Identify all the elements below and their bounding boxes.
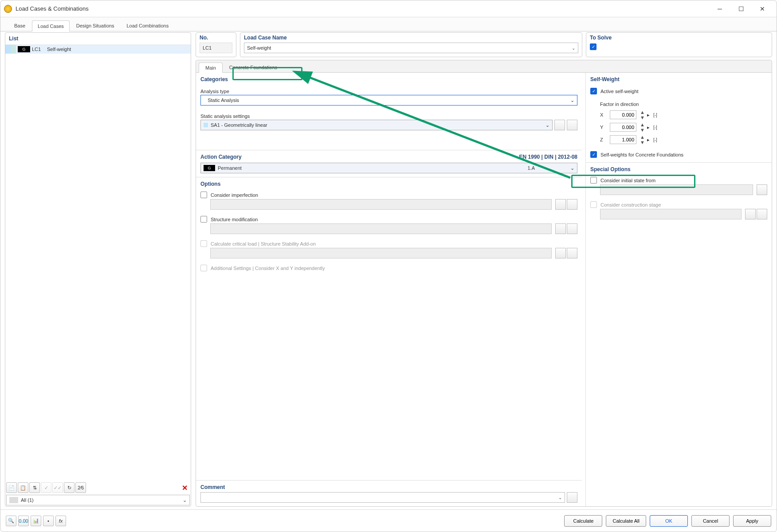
comment-edit-icon[interactable] <box>567 492 577 503</box>
name-label: Load Case Name <box>244 35 578 41</box>
to-solve-label: To Solve <box>590 35 768 41</box>
cancel-button[interactable]: Cancel <box>691 515 730 527</box>
options-title: Options <box>200 181 577 187</box>
sas-edit-icon[interactable] <box>567 120 577 130</box>
sas-dropdown[interactable]: SA1 - Geometrically linear⌄ <box>200 120 553 130</box>
app-icon <box>4 5 12 13</box>
construction-stage-checkbox <box>590 201 597 208</box>
tab-load-cases[interactable]: Load Cases <box>32 20 70 31</box>
add-settings-label: Additional Settings | Consider X and Y i… <box>211 266 325 271</box>
tab-base[interactable]: Base <box>8 20 31 31</box>
delete-icon[interactable]: ✕ <box>179 482 190 493</box>
comment-field[interactable]: ⌄ <box>200 492 565 503</box>
copy-icon[interactable]: 📋 <box>18 482 28 493</box>
action-category-dropdown[interactable]: G Permanent 1.A ⌄ <box>200 163 577 173</box>
analysis-type-label: Analysis type <box>200 89 577 94</box>
check-icon[interactable]: ✓ <box>41 482 51 493</box>
footer-bar: 🔍 0.00 📊 • fx Calculate Calculate All OK… <box>0 509 777 532</box>
apply-button[interactable]: Apply <box>733 515 771 527</box>
action-code: 1.A <box>527 165 535 171</box>
cl-edit-icon <box>567 248 577 258</box>
tab-load-combinations[interactable]: Load Combinations <box>121 20 174 31</box>
load-case-list[interactable]: G LC1 Self-weight <box>5 45 191 481</box>
comment-title: Comment <box>200 484 577 490</box>
sm-edit-icon[interactable] <box>567 223 577 234</box>
reload-icon[interactable]: ↻ <box>64 482 75 493</box>
self-weight-cf-label: Self-weights for Concrete Foundations <box>600 152 683 157</box>
is-edit-icon[interactable] <box>757 184 767 195</box>
sort-icon[interactable]: ⇅ <box>29 482 40 493</box>
check2-icon[interactable]: ✓✓ <box>52 482 63 493</box>
imp-new-icon[interactable] <box>555 199 566 210</box>
special-options-title: Special Options <box>590 166 767 172</box>
subtab-concrete-foundations[interactable]: Concrete Foundations <box>223 62 284 72</box>
crit-load-label: Calculate critical load | Structure Stab… <box>211 241 316 246</box>
model-icon[interactable]: 📊 <box>31 516 41 526</box>
active-self-weight-label: Active self-weight <box>600 89 639 94</box>
cs-new-icon <box>745 209 756 219</box>
cs-edit-icon <box>757 209 767 219</box>
calculate-button[interactable]: Calculate <box>564 515 602 527</box>
factor-y-input[interactable] <box>610 123 636 132</box>
filter-value: All (1) <box>21 497 34 503</box>
close-button[interactable]: ✕ <box>752 2 773 16</box>
self-weight-title: Self-Weight <box>590 76 767 82</box>
subtab-main[interactable]: Main <box>199 63 223 73</box>
cl-new-icon <box>555 248 566 258</box>
add-settings-checkbox <box>200 265 207 271</box>
factor-x-input[interactable] <box>610 110 636 119</box>
structure-mod-label: Structure modification <box>211 217 258 222</box>
self-weight-cf-checkbox[interactable]: ✓ <box>590 151 597 158</box>
calculate-all-button[interactable]: Calculate All <box>606 515 646 527</box>
to-solve-checkbox[interactable]: ✓ <box>590 43 596 50</box>
action-cat-title: Action Category <box>200 154 242 160</box>
factor-z-input[interactable] <box>610 135 636 144</box>
dot-icon[interactable]: • <box>43 516 54 526</box>
load-case-name-field[interactable]: Self-weight⌄ <box>244 43 578 53</box>
title-bar: Load Cases & Combinations ─ ☐ ✕ <box>0 0 777 17</box>
construction-stage-label: Consider construction stage <box>600 202 661 207</box>
list-item[interactable]: G LC1 Self-weight <box>5 45 191 54</box>
window-title: Load Cases & Combinations <box>16 5 89 12</box>
categories-title: Categories <box>200 76 577 82</box>
initial-state-label: Consider initial state from <box>600 178 655 183</box>
list-item-code: LC1 <box>32 47 47 52</box>
analysis-type-dropdown[interactable]: Static Analysis⌄ <box>200 95 577 106</box>
consider-imperfection-checkbox[interactable] <box>200 192 207 198</box>
tab-design-situations[interactable]: Design Situations <box>71 20 120 31</box>
list-item-name: Self-weight <box>47 47 71 52</box>
units-icon[interactable]: 0.00 <box>18 516 29 526</box>
fx-icon[interactable]: fx <box>55 516 66 526</box>
structure-mod-checkbox[interactable] <box>200 216 207 223</box>
active-self-weight-checkbox[interactable]: ✓ <box>590 88 597 94</box>
ok-button[interactable]: OK <box>650 515 688 527</box>
renumber-icon[interactable]: 2⁄6 <box>75 482 86 493</box>
sas-new-icon[interactable] <box>554 120 565 130</box>
imp-edit-icon[interactable] <box>567 199 577 210</box>
minimize-button[interactable]: ─ <box>709 2 730 16</box>
no-field[interactable]: LC1 <box>200 43 232 53</box>
maximize-button[interactable]: ☐ <box>730 2 752 16</box>
no-label: No. <box>200 35 232 41</box>
new-icon[interactable]: 📄 <box>6 482 17 493</box>
action-standard: EN 1990 | DIN | 2012-08 <box>519 154 577 160</box>
consider-imperfection-label: Consider imperfection <box>211 192 258 198</box>
load-badge: G <box>18 46 30 52</box>
factor-label: Factor in direction <box>600 102 767 107</box>
sas-label: Static analysis settings <box>200 113 577 119</box>
filter-dropdown[interactable]: All (1) ⌄ <box>6 495 190 505</box>
list-header: List <box>5 33 191 45</box>
crit-load-checkbox <box>200 240 207 247</box>
search-icon[interactable]: 🔍 <box>6 516 16 526</box>
initial-state-checkbox[interactable] <box>590 177 597 184</box>
sm-new-icon[interactable] <box>555 223 566 234</box>
main-tab-bar: Base Load Cases Design Situations Load C… <box>0 17 777 31</box>
